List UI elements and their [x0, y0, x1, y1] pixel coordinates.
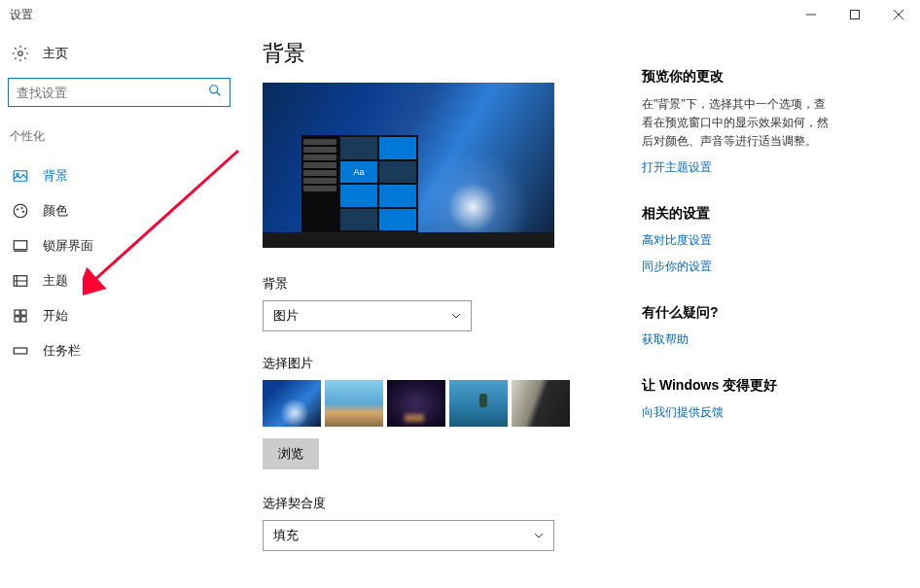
thumbnail-3[interactable] [387, 380, 445, 427]
svg-rect-20 [14, 348, 27, 354]
svg-point-12 [22, 211, 24, 213]
home-label: 主页 [43, 45, 68, 62]
feedback-link[interactable]: 向我们提供反馈 [642, 404, 832, 421]
search-icon [208, 84, 222, 101]
nav-label: 背景 [43, 167, 68, 185]
fit-label: 选择契合度 [263, 495, 584, 512]
background-label: 背景 [263, 275, 584, 293]
search-field[interactable] [17, 86, 208, 100]
palette-icon [12, 202, 29, 220]
svg-point-10 [17, 209, 18, 211]
svg-rect-17 [21, 310, 26, 315]
start-icon [12, 307, 29, 325]
nav-background[interactable]: 背景 [8, 158, 230, 193]
section-label: 个性化 [8, 128, 230, 145]
svg-point-8 [17, 173, 18, 175]
open-theme-settings-link[interactable]: 打开主题设置 [642, 159, 832, 176]
dropdown-value: 图片 [273, 307, 299, 325]
svg-rect-1 [850, 11, 859, 19]
sync-settings-link[interactable]: 同步你的设置 [642, 259, 832, 275]
nav-taskbar[interactable]: 任务栏 [8, 333, 230, 368]
svg-rect-18 [15, 317, 19, 322]
get-help-link[interactable]: 获取帮助 [642, 331, 832, 348]
aside-related-title: 相关的设置 [642, 205, 832, 223]
nav-label: 颜色 [43, 202, 68, 220]
maximize-button[interactable] [832, 0, 876, 29]
search-input[interactable] [8, 78, 230, 107]
sidebar: 主页 个性化 背景 颜色 锁屏界面 主题 开始 任务栏 [0, 29, 238, 588]
close-button[interactable] [876, 0, 920, 29]
aside-preview-title: 预览你的更改 [642, 68, 832, 86]
main-panel: 背景 Aa 背景 图片 选择图片 [263, 39, 584, 588]
window-title: 设置 [10, 7, 33, 23]
svg-point-5 [210, 86, 218, 93]
dropdown-value: 填充 [273, 527, 299, 544]
themes-icon [12, 272, 29, 290]
svg-rect-16 [15, 310, 19, 315]
svg-point-11 [21, 207, 23, 209]
nav-label: 锁屏界面 [43, 237, 93, 255]
thumbnail-1[interactable] [263, 380, 321, 427]
preview-sample-text: Aa [340, 161, 377, 184]
taskbar-icon [12, 342, 29, 360]
chevron-down-icon [534, 531, 544, 540]
svg-line-6 [217, 92, 221, 96]
gear-icon [12, 45, 29, 62]
picture-icon [12, 167, 29, 185]
aside-help-title: 有什么疑问? [642, 304, 832, 322]
monitor-icon [12, 237, 29, 255]
page-title: 背景 [263, 39, 584, 68]
nav-colors[interactable]: 颜色 [8, 193, 230, 228]
nav-label: 开始 [43, 307, 68, 325]
home-link[interactable]: 主页 [8, 39, 230, 68]
desktop-preview: Aa [263, 83, 554, 248]
background-dropdown[interactable]: 图片 [263, 300, 472, 331]
nav-lockscreen[interactable]: 锁屏界面 [8, 228, 230, 263]
svg-point-9 [14, 204, 27, 218]
thumbnail-5[interactable] [512, 380, 570, 427]
minimize-button[interactable] [789, 0, 832, 29]
nav-label: 任务栏 [43, 342, 81, 360]
aside-preview-text: 在"背景"下，选择其中一个选项，查看在预览窗口中的显示效果如何，然后对颜色、声音… [642, 95, 832, 152]
nav-themes[interactable]: 主题 [8, 263, 230, 298]
svg-point-4 [18, 52, 23, 56]
thumbnail-2[interactable] [325, 380, 383, 427]
svg-rect-19 [21, 317, 26, 322]
nav-label: 主题 [43, 272, 68, 290]
aside-feedback-title: 让 Windows 变得更好 [642, 377, 832, 395]
fit-dropdown[interactable]: 填充 [263, 520, 554, 551]
svg-rect-13 [14, 241, 27, 250]
chevron-down-icon [451, 311, 461, 321]
choose-picture-label: 选择图片 [263, 355, 584, 372]
titlebar: 设置 [0, 0, 920, 29]
high-contrast-link[interactable]: 高对比度设置 [642, 232, 832, 249]
aside-panel: 预览你的更改 在"背景"下，选择其中一个选项，查看在预览窗口中的显示效果如何，然… [642, 39, 832, 588]
picture-thumbnails [263, 380, 584, 427]
browse-button[interactable]: 浏览 [263, 438, 319, 469]
thumbnail-4[interactable] [449, 380, 508, 427]
nav-start[interactable]: 开始 [8, 298, 230, 333]
